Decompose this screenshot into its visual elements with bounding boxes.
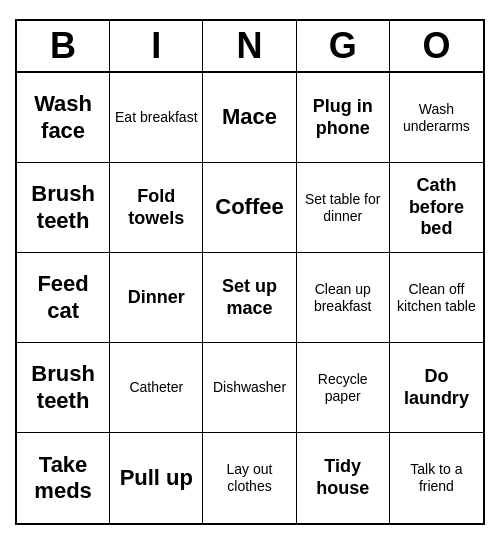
bingo-cell: Eat breakfast [110,73,203,163]
bingo-cell: Take meds [17,433,110,523]
header-letter-N: N [203,21,296,71]
bingo-cell: Dishwasher [203,343,296,433]
bingo-cell: Mace [203,73,296,163]
header-letter-G: G [297,21,390,71]
bingo-cell: Plug in phone [297,73,390,163]
bingo-cell: Clean off kitchen table [390,253,483,343]
bingo-cell: Tidy house [297,433,390,523]
bingo-header: BINGO [17,21,483,73]
header-letter-O: O [390,21,483,71]
bingo-cell: Lay out clothes [203,433,296,523]
bingo-cell: Cath before bed [390,163,483,253]
bingo-cell: Dinner [110,253,203,343]
bingo-cell: Pull up [110,433,203,523]
bingo-cell: Set up mace [203,253,296,343]
header-letter-B: B [17,21,110,71]
bingo-cell: Set table for dinner [297,163,390,253]
bingo-cell: Wash face [17,73,110,163]
bingo-grid: Wash faceEat breakfastMacePlug in phoneW… [17,73,483,523]
bingo-cell: Recycle paper [297,343,390,433]
bingo-cell: Fold towels [110,163,203,253]
bingo-cell: Brush teeth [17,343,110,433]
bingo-card: BINGO Wash faceEat breakfastMacePlug in … [15,19,485,525]
bingo-cell: Coffee [203,163,296,253]
bingo-cell: Do laundry [390,343,483,433]
bingo-cell: Talk to a friend [390,433,483,523]
bingo-cell: Catheter [110,343,203,433]
bingo-cell: Clean up breakfast [297,253,390,343]
header-letter-I: I [110,21,203,71]
bingo-cell: Brush teeth [17,163,110,253]
bingo-cell: Feed cat [17,253,110,343]
bingo-cell: Wash underarms [390,73,483,163]
